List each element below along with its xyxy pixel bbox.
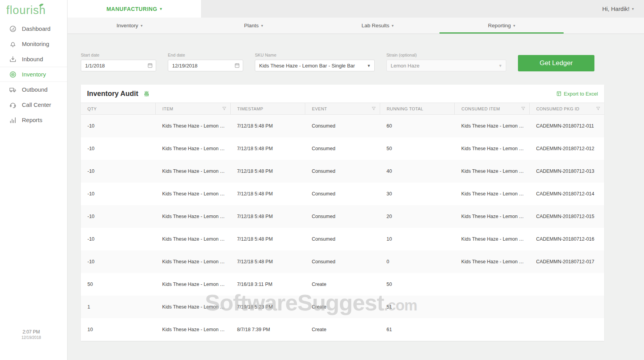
column-header-consumed-item[interactable]: CONSUMED ITEM: [455, 103, 530, 115]
clock-time: 2:07 PM: [0, 329, 62, 335]
table-row: -10Kids These Haze - Lemon Bar7/12/18 5:…: [81, 115, 604, 137]
tab-lab-results[interactable]: Lab Results▾: [316, 18, 440, 34]
tab-label: Plants: [244, 23, 259, 28]
table-cell: Kids These Haze - Lemon Bar: [156, 160, 231, 183]
sidebar-item-label: Inbound: [22, 56, 43, 62]
flourish-logo[interactable]: flourish: [0, 0, 67, 20]
column-label: RUNNING TOTAL: [387, 106, 423, 111]
sidebar-item-reports[interactable]: Reports: [0, 112, 67, 128]
sidebar-item-inbound[interactable]: Inbound: [0, 51, 67, 67]
filter-funnel-icon[interactable]: [222, 106, 227, 111]
module-label: MANUFACTURING: [107, 6, 157, 12]
table-cell: 50: [380, 273, 455, 296]
table-row: -10Kids These Haze - Lemon Bar7/12/18 5:…: [81, 205, 604, 228]
table-row: 10Kids These Haze - Lemon Bar8/7/18 7:39…: [81, 318, 604, 341]
inventory-audit-card: Inventory Audit Export to Excel QTYITEMT…: [81, 85, 604, 341]
filter-funnel-icon[interactable]: [371, 106, 376, 111]
sidebar-item-label: Outbound: [22, 86, 48, 93]
table-cell: CADEMMN-20180712-017: [529, 250, 604, 273]
table-cell: CADEMMN-20180712-016: [529, 228, 604, 250]
table-cell: Kids These Haze - Lemon Bar: [455, 160, 530, 183]
table-row: 50Kids These Haze - Lemon Bar7/16/18 3:1…: [81, 273, 604, 296]
sidebar-clock: 2:07 PM 12/19/2018: [0, 329, 62, 340]
table-cell: [529, 318, 604, 341]
table-cell: Kids These Haze - Lemon Bar: [156, 205, 231, 228]
card-title: Inventory Audit: [87, 90, 138, 98]
table-cell: 8/7/18 7:39 PM: [230, 318, 305, 341]
sku-label: SKU Name: [255, 53, 375, 57]
export-to-excel-link[interactable]: Export to Excel: [556, 91, 598, 97]
user-menu[interactable]: Hi, Hardik! ▾: [602, 5, 644, 12]
module-selector[interactable]: MANUFACTURING ▾: [68, 0, 201, 18]
table-row: -10Kids These Haze - Lemon Bar7/12/18 5:…: [81, 250, 604, 273]
table-cell: -10: [81, 250, 156, 273]
table-cell: 40: [380, 160, 455, 183]
audit-table: QTYITEMTIMESTAMPEVENTRUNNING TOTALCONSUM…: [81, 103, 604, 341]
table-row: -10Kids These Haze - Lemon Bar7/12/18 5:…: [81, 137, 604, 160]
bell-icon: [9, 40, 17, 48]
table-header-row: QTYITEMTIMESTAMPEVENTRUNNING TOTALCONSUM…: [81, 103, 604, 115]
column-header-item[interactable]: ITEM: [156, 103, 231, 115]
table-cell: 30: [380, 183, 455, 205]
end-date-input[interactable]: [168, 60, 243, 71]
end-date-label: End date: [168, 53, 243, 57]
app-window: flourish DashboardMonitoringInboundInven…: [0, 0, 644, 360]
strain-select[interactable]: Lemon Haze: [386, 60, 506, 71]
table-cell: [455, 318, 530, 341]
strain-field: Strain (optional) Lemon Haze ▼: [386, 53, 506, 71]
table-cell: 51: [380, 296, 455, 318]
table-cell: Consumed: [305, 228, 380, 250]
sidebar-item-dashboard[interactable]: Dashboard: [0, 21, 67, 36]
table-cell: CADEMMN-20180712-014: [529, 183, 604, 205]
filter-funnel-icon[interactable]: [596, 106, 601, 111]
export-label: Export to Excel: [564, 91, 598, 97]
table-cell: 50: [380, 137, 455, 160]
table-cell: Consumed: [305, 205, 380, 228]
tab-label: Inventory: [117, 23, 139, 28]
table-cell: 7/12/18 5:48 PM: [230, 160, 305, 183]
table-cell: 0: [380, 250, 455, 273]
table-cell: Kids These Haze - Lemon Bar: [156, 228, 231, 250]
sidebar-item-label: Monitoring: [22, 41, 49, 47]
table-cell: -10: [81, 137, 156, 160]
sliders-icon[interactable]: [143, 90, 150, 97]
subnav: Inventory▾Plants▾Lab Results▾Reporting▾: [68, 18, 644, 34]
bar-chart-icon: [9, 116, 17, 124]
table-row: -10Kids These Haze - Lemon Bar7/12/18 5:…: [81, 228, 604, 250]
chevron-down-icon: ▾: [513, 23, 515, 28]
get-ledger-button[interactable]: Get Ledger: [518, 55, 594, 71]
sidebar-item-call-center[interactable]: Call Center: [0, 97, 67, 112]
sidebar-item-inventory[interactable]: Inventory: [0, 67, 67, 82]
table-cell: 7/12/18 5:48 PM: [230, 137, 305, 160]
column-header-event[interactable]: EVENT: [305, 103, 380, 115]
filter-funnel-icon[interactable]: [521, 106, 526, 111]
table-cell: [455, 273, 530, 296]
table-cell: 20: [380, 205, 455, 228]
tab-inventory[interactable]: Inventory▾: [68, 18, 192, 34]
tab-reporting[interactable]: Reporting▾: [439, 18, 564, 34]
table-cell: Kids These Haze - Lemon Bar: [156, 250, 231, 273]
table-cell: CADEMMN-20180712-015: [529, 205, 604, 228]
sidebar-item-monitoring[interactable]: Monitoring: [0, 36, 67, 51]
table-cell: CADEMMN-20180712-013: [529, 160, 604, 183]
table-cell: Create: [305, 273, 380, 296]
sidebar-item-label: Reports: [22, 117, 43, 123]
sku-select[interactable]: Kids These Haze - Lemon Bar - Single Bar: [255, 60, 375, 71]
table-cell: Create: [305, 318, 380, 341]
column-header-consumed-pkg-id[interactable]: CONSUMED PKG ID: [529, 103, 604, 115]
excel-export-icon: [556, 91, 562, 96]
start-date-input[interactable]: [81, 60, 156, 71]
table-cell: Consumed: [305, 115, 380, 137]
tab-plants[interactable]: Plants▾: [192, 18, 316, 34]
sidebar-nav: DashboardMonitoringInboundInventoryOutbo…: [0, 21, 67, 128]
column-label: CONSUMED ITEM: [461, 106, 500, 111]
column-label: ITEM: [162, 106, 173, 111]
column-label: TIMESTAMP: [237, 106, 263, 111]
table-cell: 61: [380, 318, 455, 341]
table-cell: [455, 296, 530, 318]
table-cell: -10: [81, 115, 156, 137]
table-cell: 10: [81, 318, 156, 341]
start-date-label: Start date: [81, 53, 156, 57]
target-icon: [9, 71, 17, 78]
sidebar-item-outbound[interactable]: Outbound: [0, 82, 67, 97]
